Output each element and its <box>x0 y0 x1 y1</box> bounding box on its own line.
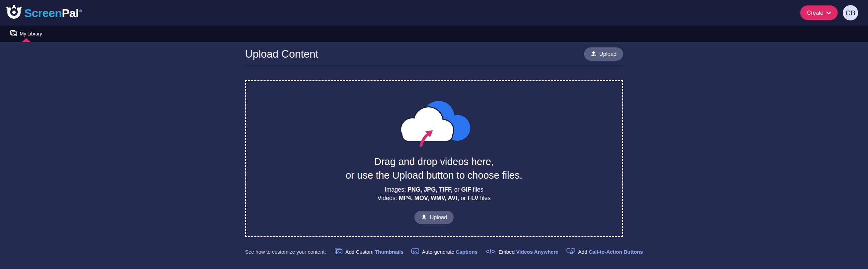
link-add-thumbnails[interactable]: Add Custom Thumbnails <box>335 248 404 255</box>
nav-item-label: My Library <box>20 31 42 36</box>
drag-drop-zone[interactable]: Drag and drop videos here, or use the Up… <box>245 80 623 237</box>
create-button[interactable]: Create <box>800 5 838 20</box>
accepted-formats: Images: PNG, JPG, TIFF, or GIF files Vid… <box>377 185 491 203</box>
create-button-label: Create <box>807 10 823 16</box>
customize-label: See how to customize your content: <box>245 249 326 255</box>
upload-icon <box>590 50 597 58</box>
upload-button-label: Upload <box>430 214 447 221</box>
cta-cursor-icon <box>566 248 575 256</box>
image-formats-line: Images: PNG, JPG, TIFF, or GIF files <box>377 185 491 194</box>
chevron-down-icon <box>826 10 831 16</box>
upload-button-center[interactable]: Upload <box>414 211 454 224</box>
nav-item-my-library[interactable]: My Library <box>10 26 42 42</box>
dropzone-headline: Drag and drop videos here, or use the Up… <box>346 155 522 182</box>
video-formats-line: Videos: MP4, MOV, WMV, AVI, or FLV files <box>377 194 491 203</box>
logo-wordmark: ScreenPal® <box>24 7 82 19</box>
screenpal-logo[interactable]: ScreenPal® <box>6 4 82 21</box>
app-header: ScreenPal® Create CB <box>0 0 868 26</box>
link-embed-videos[interactable]: </> Embed Videos Anywhere <box>485 248 558 255</box>
svg-text:CC: CC <box>413 250 418 253</box>
link-auto-captions[interactable]: CC Auto-generate Captions <box>411 248 477 255</box>
link-add-cta-buttons[interactable]: Add Call-to-Action Buttons <box>566 248 643 256</box>
upload-button-label: Upload <box>599 51 617 57</box>
captions-icon: CC <box>411 248 419 255</box>
upload-content-panel: Upload Content Upload <box>245 47 623 256</box>
library-icon <box>10 30 17 37</box>
embed-code-icon: </> <box>485 248 495 255</box>
active-tab-indicator <box>22 38 31 42</box>
user-avatar[interactable]: CB <box>843 5 858 20</box>
page-title: Upload Content <box>245 48 318 60</box>
upload-cloud-icon <box>397 95 471 148</box>
upload-button-top[interactable]: Upload <box>584 47 623 61</box>
upload-icon <box>421 214 427 221</box>
library-nav-bar: My Library <box>0 26 868 42</box>
thumbnails-icon <box>335 248 343 255</box>
customize-row: See how to customize your content: Add C… <box>245 248 623 256</box>
avatar-initials: CB <box>846 9 855 17</box>
screenpal-mascot-icon <box>6 4 22 21</box>
